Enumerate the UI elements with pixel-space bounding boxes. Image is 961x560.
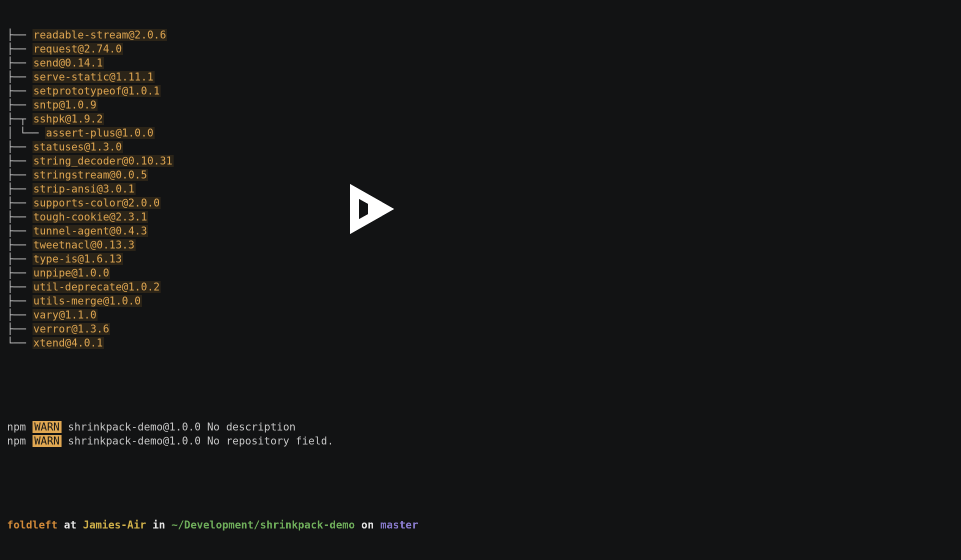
package-name: tunnel-agent@0.4.3 [33, 225, 149, 237]
warn-badge: WARN [33, 421, 62, 433]
package-line: ├── serve-static@1.11.1 [7, 70, 954, 84]
package-line: ├── verror@1.3.6 [7, 322, 954, 336]
tree-prefix: ├── [7, 183, 33, 195]
tree-prefix: ├── [7, 281, 33, 293]
package-name: assert-plus@1.0.0 [45, 127, 155, 139]
package-name: stringstream@0.0.5 [33, 169, 149, 181]
package-name: sntp@1.0.9 [33, 99, 98, 111]
tree-prefix: ├── [7, 85, 33, 97]
package-name: setprototypeof@1.0.1 [33, 85, 161, 97]
package-name: strip-ansi@3.0.1 [33, 183, 136, 195]
package-line: ├── string_decoder@0.10.31 [7, 154, 954, 168]
package-name: util-deprecate@1.0.2 [33, 281, 161, 293]
blank-line [7, 476, 954, 490]
package-line: ├── stringstream@0.0.5 [7, 168, 954, 182]
npm-label: npm [7, 421, 26, 433]
package-line: ├── tweetnacl@0.13.3 [7, 238, 954, 252]
package-name: vary@1.1.0 [33, 309, 98, 321]
package-name: sshpk@1.9.2 [33, 113, 104, 125]
package-line: ├── utils-merge@1.0.0 [7, 294, 954, 308]
tree-prefix: ├── [7, 239, 33, 251]
package-name: tweetnacl@0.13.3 [33, 239, 136, 251]
play-icon [344, 184, 394, 234]
package-line: ├── send@0.14.1 [7, 56, 954, 70]
tree-prefix: ├── [7, 197, 33, 209]
package-line: ├── statuses@1.3.0 [7, 140, 954, 154]
package-line: ├── request@2.74.0 [7, 42, 954, 56]
tree-prefix: ├── [7, 253, 33, 265]
prompt-in: in [146, 519, 172, 531]
play-button[interactable] [344, 184, 394, 234]
tree-prefix: ├── [7, 225, 33, 237]
tree-prefix: ├── [7, 43, 33, 55]
package-line: ├── tunnel-agent@0.4.3 [7, 224, 954, 238]
tree-prefix: ├── [7, 309, 33, 321]
package-name: request@2.74.0 [33, 43, 123, 55]
npm-warn-line: npm WARN shrinkpack-demo@1.0.0 No reposi… [7, 434, 954, 448]
tree-prefix: ├── [7, 211, 33, 223]
prompt-on: on [355, 519, 380, 531]
tree-prefix: │ └── [7, 127, 45, 139]
package-line: ├── sntp@1.0.9 [7, 98, 954, 112]
tree-prefix: ├── [7, 267, 33, 279]
package-line: ├── supports-color@2.0.0 [7, 196, 954, 210]
package-name: readable-stream@2.0.6 [33, 29, 168, 41]
package-name: serve-static@1.11.1 [33, 71, 155, 83]
package-name: type-is@1.6.13 [33, 253, 123, 265]
package-line: ├── unpipe@1.0.0 [7, 266, 954, 280]
package-line: ├── readable-stream@2.0.6 [7, 28, 954, 42]
tree-prefix: ├── [7, 29, 33, 41]
package-line: ├── strip-ansi@3.0.1 [7, 182, 954, 196]
npm-warn-line: npm WARN shrinkpack-demo@1.0.0 No descri… [7, 420, 954, 434]
package-name: unpipe@1.0.0 [33, 267, 111, 279]
blank-line [7, 378, 954, 392]
tree-prefix: ├── [7, 141, 33, 153]
package-line: ├── util-deprecate@1.0.2 [7, 280, 954, 294]
shell-prompt-line: foldleft at Jamies-Air in ~/Development/… [7, 518, 954, 532]
tree-prefix: ├── [7, 155, 33, 167]
svg-marker-0 [350, 184, 394, 234]
package-line: └── xtend@4.0.1 [7, 336, 954, 350]
prompt-branch: master [380, 519, 418, 531]
tree-prefix: ├── [7, 169, 33, 181]
prompt-user: foldleft [7, 519, 58, 531]
tree-prefix: ├── [7, 295, 33, 307]
prompt-at: at [58, 519, 83, 531]
package-line: │ └── assert-plus@1.0.0 [7, 126, 954, 140]
warn-message: shrinkpack-demo@1.0.0 No description [62, 421, 296, 433]
package-line: ├─┬ sshpk@1.9.2 [7, 112, 954, 126]
package-line: ├── vary@1.1.0 [7, 308, 954, 322]
tree-prefix: ├── [7, 323, 33, 335]
tree-prefix: └── [7, 337, 33, 349]
prompt-host: Jamies-Air [83, 519, 146, 531]
package-name: utils-merge@1.0.0 [33, 295, 142, 307]
package-name: verror@1.3.6 [33, 323, 111, 335]
prompt-path: ~/Development/shrinkpack-demo [172, 519, 355, 531]
package-name: tough-cookie@2.3.1 [33, 211, 149, 223]
npm-label: npm [7, 435, 26, 447]
terminal-output: ├── readable-stream@2.0.6├── request@2.7… [0, 0, 961, 560]
package-name: supports-color@2.0.0 [33, 197, 161, 209]
package-name: xtend@4.0.1 [33, 337, 104, 349]
package-name: string_decoder@0.10.31 [33, 155, 174, 167]
tree-prefix: ├── [7, 71, 33, 83]
tree-prefix: ├── [7, 99, 33, 111]
package-name: statuses@1.3.0 [33, 141, 123, 153]
tree-prefix: ├── [7, 57, 33, 69]
tree-prefix: ├─┬ [7, 113, 33, 125]
warn-badge: WARN [33, 435, 62, 447]
package-line: ├── setprototypeof@1.0.1 [7, 84, 954, 98]
package-line: ├── tough-cookie@2.3.1 [7, 210, 954, 224]
package-line: ├── type-is@1.6.13 [7, 252, 954, 266]
package-name: send@0.14.1 [33, 57, 104, 69]
warn-message: shrinkpack-demo@1.0.0 No repository fiel… [62, 435, 334, 447]
